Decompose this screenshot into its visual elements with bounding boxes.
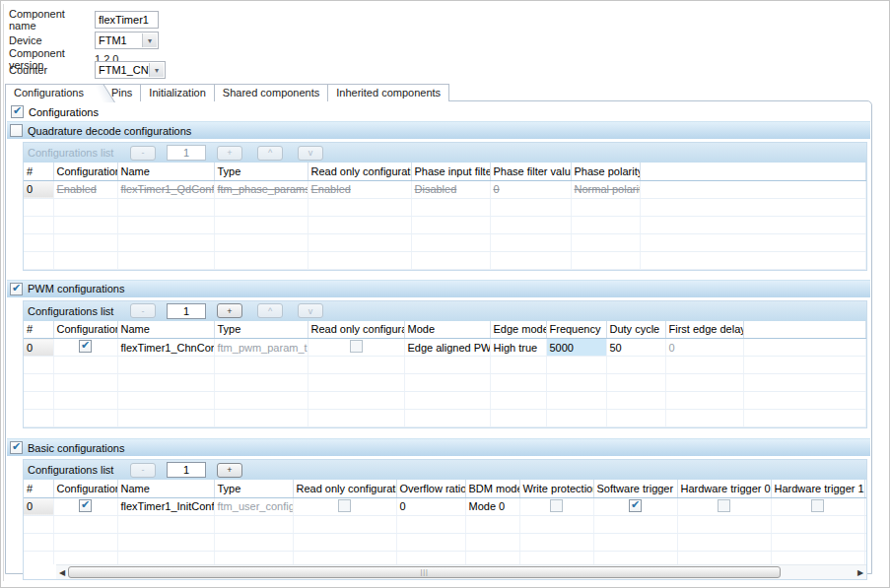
empty-table-row — [24, 551, 866, 564]
configuration-cell[interactable] — [53, 497, 117, 515]
col-first-edge-delay: First edge delay — [665, 321, 743, 339]
read-only-checkbox[interactable] — [350, 340, 363, 353]
read-only-cell: Enabled — [308, 180, 411, 198]
add-config-button[interactable]: + — [217, 463, 242, 478]
scroll-left-icon[interactable]: ◀ — [56, 565, 68, 579]
hardware-trigger-1-cell[interactable] — [771, 497, 864, 515]
empty-table-row — [24, 533, 866, 551]
configurations-checkbox[interactable] — [11, 105, 24, 118]
quadrature-section-checkbox[interactable] — [10, 124, 23, 137]
remove-config-button[interactable]: - — [130, 463, 156, 478]
configurations-toggle-label: Configurations — [29, 106, 99, 118]
col-duty-cycle: Duty cycle — [606, 321, 665, 339]
section-title: PWM configurations — [28, 283, 124, 294]
table-row: 0 flexTimer1_ChnConfig0 ftm_pwm_param_t … — [24, 339, 866, 357]
phase-polarity-cell: Normal polarity — [571, 180, 640, 198]
counter-combo[interactable]: FTM1_CNT ▾ — [95, 61, 166, 79]
basic-group: Configurations list - + # Configuration … — [23, 459, 867, 580]
configuration-cell: Enabled — [53, 180, 117, 198]
config-count-field[interactable] — [167, 303, 206, 319]
counter-value: FTM1_CNT — [99, 64, 155, 76]
basic-section-checkbox[interactable] — [10, 441, 23, 454]
empty-table-row — [24, 251, 866, 269]
device-value: FTM1 — [99, 34, 127, 46]
name-cell[interactable]: flexTimer1_ChnConfig0 — [117, 339, 214, 357]
read-only-cell[interactable] — [293, 497, 396, 515]
section-basic-header[interactable]: Basic configurations — [7, 438, 870, 456]
pwm-group: Configurations list - + ^ v # Configurat… — [23, 300, 867, 429]
read-only-checkbox[interactable] — [338, 499, 351, 512]
remove-config-button[interactable]: - — [130, 303, 156, 318]
write-protection-checkbox[interactable] — [550, 499, 563, 512]
counter-label: Counter — [9, 64, 95, 76]
hardware-trigger-1-checkbox[interactable] — [811, 499, 824, 512]
configuration-cell[interactable] — [53, 339, 117, 357]
col-phase-polarity: Phase polarity — [571, 163, 640, 180]
first-edge-delay-cell: 0 — [665, 339, 743, 357]
name-cell[interactable]: flexTimer1_InitConfig0 — [117, 497, 214, 515]
col-index: # — [24, 480, 53, 497]
move-up-button: ^ — [257, 146, 283, 161]
component-name-row: Component name — [9, 11, 159, 29]
empty-table-row — [24, 392, 866, 410]
move-up-button[interactable]: ^ — [257, 303, 283, 318]
col-type: Type — [214, 480, 293, 497]
device-combo[interactable]: FTM1 ▾ — [95, 32, 159, 49]
col-read-only: Read only configuration — [308, 321, 404, 339]
component-name-input[interactable] — [95, 11, 159, 29]
mode-cell[interactable]: Edge aligned PWM — [404, 339, 490, 357]
bdm-mode-cell[interactable]: Mode 0 — [465, 497, 519, 515]
pwm-section-checkbox[interactable] — [10, 283, 23, 295]
hardware-trigger-2-cell[interactable] — [864, 497, 866, 515]
tab-initialization[interactable]: Initialization — [141, 84, 214, 101]
move-down-button[interactable]: v — [298, 303, 323, 318]
quadrature-toolbar: Configurations list - + ^ v — [24, 143, 866, 163]
name-cell: flexTimer1_QdConfig0 — [117, 180, 214, 198]
scrollbar-grip-icon: ||| — [420, 569, 428, 575]
configuration-checkbox[interactable] — [79, 499, 92, 512]
col-frequency: Frequency — [546, 321, 606, 339]
config-count-field — [167, 145, 206, 161]
col-hardware-trigger-1: Hardware trigger 1 — [771, 480, 864, 497]
col-hardware-trigger-2: Hardware trigger 2 — [864, 480, 866, 497]
col-mode: Mode — [404, 321, 490, 339]
add-config-button[interactable]: + — [217, 303, 242, 318]
overflow-ratio-cell[interactable]: 0 — [396, 497, 465, 515]
write-protection-cell[interactable] — [519, 497, 593, 515]
duty-cycle-cell[interactable]: 50 — [606, 339, 665, 357]
scrollbar-thumb[interactable]: ||| — [68, 566, 781, 578]
software-trigger-checkbox[interactable] — [629, 499, 642, 512]
scroll-right-icon[interactable]: ▶ — [855, 565, 866, 579]
configurations-list-label: Configurations list — [28, 305, 130, 317]
basic-table: # Configuration Name Type Read only conf… — [24, 480, 866, 564]
col-hardware-trigger-0: Hardware trigger 0 — [677, 480, 771, 497]
configuration-checkbox[interactable] — [79, 340, 92, 353]
remove-config-button: - — [130, 146, 156, 161]
tab-inherited-components[interactable]: Inherited components — [328, 84, 449, 101]
col-bdm-mode: BDM mode — [465, 480, 519, 497]
section-pwm-header[interactable]: PWM configurations — [7, 280, 870, 297]
chevron-down-icon[interactable]: ▾ — [149, 63, 164, 77]
col-configuration: Configuration — [53, 163, 117, 180]
config-count-field[interactable] — [167, 462, 206, 478]
configurations-panel: Configurations Quadrature decode configu… — [5, 100, 872, 574]
tab-configurations[interactable]: Configurations — [5, 84, 94, 101]
hardware-trigger-0-checkbox[interactable] — [718, 499, 730, 512]
move-down-button: v — [298, 146, 323, 161]
col-name: Name — [117, 321, 214, 339]
software-trigger-cell[interactable] — [593, 497, 677, 515]
read-only-cell[interactable] — [308, 339, 404, 357]
edge-mode-cell[interactable]: High true — [490, 339, 546, 357]
horizontal-scrollbar[interactable]: ◀ ||| ▶ — [56, 564, 866, 579]
configurations-toggle[interactable]: Configurations — [11, 105, 871, 118]
col-type: Type — [214, 321, 308, 339]
chevron-down-icon[interactable]: ▾ — [142, 33, 157, 47]
quadrature-table-viewport: # Configuration Name Type Read only conf… — [24, 163, 866, 270]
frequency-cell[interactable]: 5000 — [546, 339, 606, 357]
tab-shared-components[interactable]: Shared components — [215, 84, 328, 101]
hardware-trigger-0-cell[interactable] — [677, 497, 771, 515]
section-quadrature-header[interactable]: Quadrature decode configurations — [7, 121, 870, 139]
col-configuration: Configuration — [53, 321, 117, 339]
col-write-protection: Write protection — [519, 480, 593, 497]
empty-table-row — [24, 515, 866, 533]
